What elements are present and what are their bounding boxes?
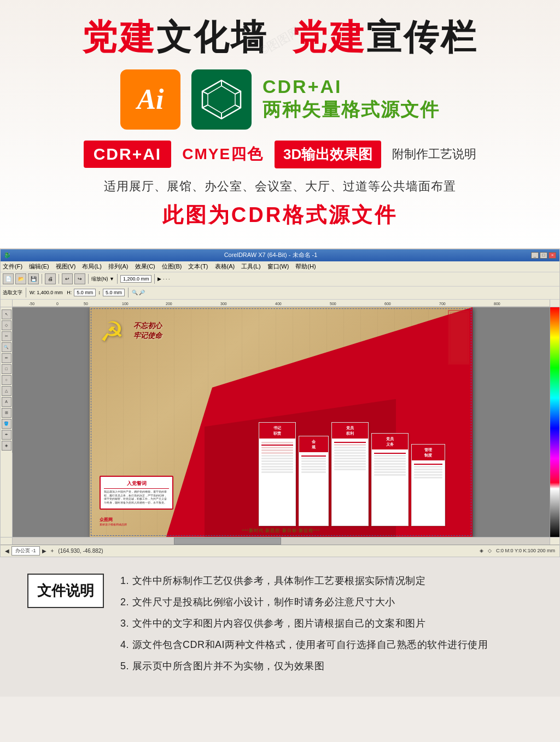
prop-label: 选取文字 bbox=[3, 289, 22, 296]
workspace-row: ↖ ◇ ✂ 🔍 ✏ □ ○ △ A ⊞ 🪣 ✒ ◈ bbox=[1, 307, 559, 537]
svg-text:400: 400 bbox=[275, 302, 282, 306]
file-desc-items: 1. 文件中所标制作工艺仅供参考，具体制作工艺要根据实际情况制定 2. 文件尺寸… bbox=[120, 574, 533, 680]
polygon-tool[interactable]: △ bbox=[2, 386, 11, 396]
outline-tool[interactable]: ✒ bbox=[2, 430, 11, 440]
party-wall-design: ☭ 不忘初心 牢记使命 入党誓词 我志愿加入中国共产党，拥护 bbox=[90, 307, 472, 537]
svg-text:600: 600 bbox=[384, 302, 391, 306]
text-tool[interactable]: A bbox=[2, 397, 11, 407]
menu-effects[interactable]: 效果(C) bbox=[135, 262, 155, 271]
size-field[interactable]: 1,200.0 mm bbox=[120, 275, 152, 283]
zoom-tool[interactable]: 🔍 bbox=[2, 342, 11, 352]
oath-box: 入党誓词 我志愿加入中国共产党，拥护党的纲领，遵守党的章程，履行党员义务，执行党… bbox=[100, 476, 173, 510]
close-button[interactable]: × bbox=[549, 252, 556, 259]
prev-page-btn[interactable]: ◀ bbox=[5, 548, 9, 554]
status-icon1: ◈ bbox=[480, 548, 483, 553]
tag-cdr-ai: CDR+AI bbox=[84, 141, 172, 168]
slogan-area: 不忘初心 牢记使命 bbox=[133, 321, 162, 341]
logo-area: 众图网 素材设计模板商城品牌 bbox=[100, 517, 127, 526]
page-tab-active[interactable]: 办公页 -1 bbox=[11, 546, 40, 556]
rect-tool[interactable]: □ bbox=[2, 364, 11, 374]
window-title: CorelDRAW X7 (64-Bit) - 未命名 -1 bbox=[10, 251, 531, 259]
tag-note: 附制作工艺说明 bbox=[392, 146, 476, 162]
window-controls[interactable]: _ □ × bbox=[531, 252, 556, 259]
menu-bitmap[interactable]: 位图(B) bbox=[162, 262, 182, 271]
interactive-tool[interactable]: ◈ bbox=[2, 441, 11, 451]
scroll-right bbox=[550, 537, 559, 545]
menu-help[interactable]: 帮助(H) bbox=[295, 262, 316, 271]
minimize-button[interactable]: _ bbox=[531, 252, 539, 259]
status-icon2: ◇ bbox=[488, 548, 492, 553]
open-btn[interactable]: 📂 bbox=[15, 273, 26, 284]
tag-3d: 3D输出效果图 bbox=[275, 141, 381, 168]
scrollbar-track[interactable] bbox=[13, 537, 550, 545]
crop-tool[interactable]: ✂ bbox=[2, 331, 11, 341]
menu-view[interactable]: 视图(V) bbox=[56, 262, 76, 271]
app-icon: 🐉 bbox=[4, 252, 10, 258]
file-desc-item-4: 4. 源文件包含CDR和AI两种文件格式，使用者可自行选择自己熟悉的软件进行使用 bbox=[120, 638, 533, 652]
menu-text[interactable]: 文本(T) bbox=[188, 262, 208, 271]
svg-text:500: 500 bbox=[330, 302, 336, 306]
scrollbar-row bbox=[1, 537, 559, 545]
toolbar-extras: ▶ · · · bbox=[158, 276, 170, 282]
panel-rules: 会规 bbox=[299, 436, 329, 526]
restore-button[interactable]: □ bbox=[540, 252, 547, 259]
file-desc-item-2: 2. 文件尺寸是投稿比例缩小设计，制作时请务必注意尺寸大小 bbox=[120, 595, 533, 610]
canvas-bottom-slogan: ***新时代·新思想·新目标·新征程*** bbox=[90, 528, 472, 534]
panel-duties: 党员义务 bbox=[371, 433, 409, 526]
page-add-btn[interactable]: + bbox=[51, 548, 54, 554]
table-tool[interactable]: ⊞ bbox=[2, 408, 11, 418]
left-toolbox: ↖ ◇ ✂ 🔍 ✏ □ ○ △ A ⊞ 🪣 ✒ ◈ bbox=[1, 307, 13, 453]
size-info2: 5.0 mm bbox=[74, 289, 96, 296]
ruler-horizontal: -50 0 50 100 200 300 400 500 600 700 800 bbox=[13, 300, 550, 307]
redo-btn[interactable]: ↪ bbox=[74, 273, 85, 284]
ruler-vertical: ↖ ◇ ✂ 🔍 ✏ □ ○ △ A ⊞ 🪣 ✒ ◈ bbox=[1, 307, 13, 537]
panel-mgmt: 管理制度 bbox=[411, 444, 445, 526]
shape-tool[interactable]: ◇ bbox=[2, 320, 11, 330]
undo-btn[interactable]: ↩ bbox=[62, 273, 73, 284]
menu-layout[interactable]: 布局(L) bbox=[82, 262, 101, 271]
menu-tools[interactable]: 工具(L) bbox=[241, 262, 260, 271]
select-tool[interactable]: ↖ bbox=[2, 309, 11, 319]
next-page-btn[interactable]: ▶ bbox=[42, 548, 46, 554]
scrollbar-thumb[interactable] bbox=[174, 537, 281, 545]
menu-file[interactable]: 文件(F) bbox=[3, 262, 22, 271]
print-btn[interactable]: 🖨 bbox=[45, 273, 56, 284]
color-palette-top bbox=[550, 300, 559, 307]
page-indicator: ◀ 办公页 -1 ▶ + bbox=[5, 546, 54, 556]
svg-text:700: 700 bbox=[439, 302, 446, 306]
scroll-corner bbox=[1, 537, 13, 545]
tag-cmye: CMYE四色 bbox=[182, 144, 264, 165]
file-desc-row: 文件说明 1. 文件中所标制作工艺仅供参考，具体制作工艺要根据实际情况制定 2.… bbox=[27, 574, 533, 680]
fill-tool[interactable]: 🪣 bbox=[2, 419, 11, 429]
menu-table[interactable]: 表格(A) bbox=[215, 262, 235, 271]
corel-window: 🐉 CorelDRAW X7 (64-Bit) - 未命名 -1 _ □ × 文… bbox=[0, 249, 560, 557]
svg-text:800: 800 bbox=[494, 302, 500, 306]
file-desc-item-1: 1. 文件中所标制作工艺仅供参考，具体制作工艺要根据实际情况制定 bbox=[120, 574, 533, 588]
svg-text:100: 100 bbox=[122, 302, 129, 306]
cdr-source: 此图为CDR格式源文件 bbox=[33, 201, 527, 229]
color-palette[interactable] bbox=[550, 307, 559, 537]
panel-rights: 党员权利 bbox=[331, 422, 369, 526]
window-titlebar: 🐉 CorelDRAW X7 (64-Bit) - 未命名 -1 _ □ × bbox=[1, 249, 559, 261]
menu-edit[interactable]: 编辑(E) bbox=[29, 262, 49, 271]
file-desc-item-5: 5. 展示页中所含图片并不为实物，仅为效果图 bbox=[120, 659, 533, 674]
svg-text:200: 200 bbox=[166, 302, 172, 306]
menu-arrange[interactable]: 排列(A) bbox=[108, 262, 129, 271]
menubar: 文件(F) 编辑(E) 视图(V) 布局(L) 排列(A) 效果(C) 位图(B… bbox=[1, 261, 559, 272]
statusbar: ◀ 办公页 -1 ▶ + (164.930, -46.882) ◈ ◇ C:0 … bbox=[1, 545, 559, 557]
toolbar2: 选取文字 W: 1,400.0 mm H: 5.0 mm ↕ 5.0 mm 🔍 … bbox=[1, 287, 559, 300]
coordinates: (164.930, -46.882) bbox=[58, 548, 103, 554]
save-btn[interactable]: 💾 bbox=[28, 273, 39, 284]
canvas-area: ☭ 不忘初心 牢记使命 入党誓词 我志愿加入中国共产党，拥护 bbox=[13, 307, 550, 537]
workspace-container: -50 0 50 100 200 300 400 500 600 700 800 bbox=[1, 300, 559, 537]
freehand-tool[interactable]: ✏ bbox=[2, 353, 11, 363]
software-text: CDR+AI 两种矢量格式源文件 bbox=[262, 76, 440, 122]
extra-icons: 🔍 🔎 bbox=[132, 290, 145, 295]
ellipse-tool[interactable]: ○ bbox=[2, 375, 11, 385]
status-info: C:0 M:0 Y:0 K:100 200 mm bbox=[496, 548, 555, 553]
toolbar1: 📄 📂 💾 🖨 ↩ ↪ 缩放(N) ▼ 1,200.0 mm ▶ · · · bbox=[1, 272, 559, 287]
top-section: ©图图网 党建文化墙 党建宣传栏 Ai CDR+AI 两种矢量格式源文件 bbox=[0, 0, 560, 249]
menu-window[interactable]: 窗口(W) bbox=[267, 262, 289, 271]
new-btn[interactable]: 📄 bbox=[3, 273, 14, 284]
desc-line: 适用展厅、展馆、办公室、会议室、大厅、过道等公共墙面布置 bbox=[33, 178, 527, 195]
